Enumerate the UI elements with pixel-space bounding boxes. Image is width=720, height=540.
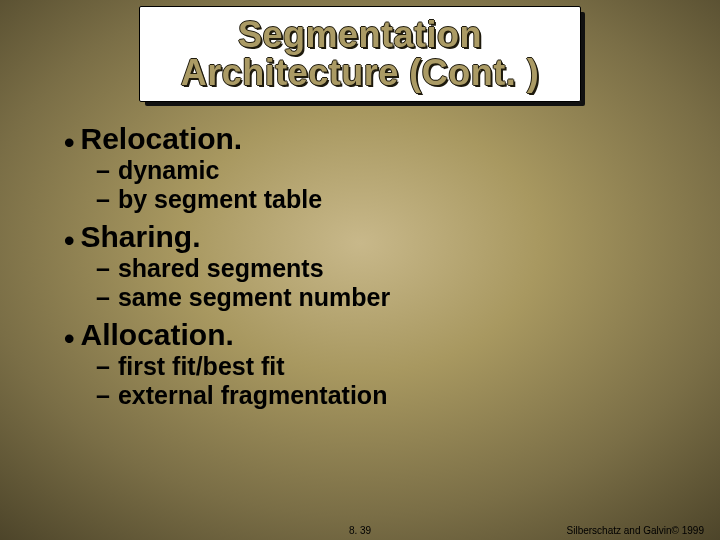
bullet-dash-icon: – [96,156,110,185]
bullet-dash-icon: – [96,352,110,381]
bullet-text: external fragmentation [118,381,388,410]
bullet-dash-icon: – [96,185,110,214]
bullet-text: dynamic [118,156,219,185]
slide: Segmentation Architecture (Cont. ) • Rel… [0,0,720,540]
bullet-dash-icon: – [96,381,110,410]
bullet-dot-icon: • [64,330,75,348]
page-number: 8. 39 [349,525,371,536]
bullet-level2: – first fit/best fit [96,352,680,381]
title-line-1: Segmentation [238,14,482,55]
bullet-text: shared segments [118,254,324,283]
slide-title: Segmentation Architecture (Cont. ) [181,16,540,92]
bullet-text: by segment table [118,185,322,214]
bullet-text: Sharing. [81,220,201,254]
bullet-level1: • Allocation. [64,318,680,352]
bullet-level2: – by segment table [96,185,680,214]
bullet-level2: – dynamic [96,156,680,185]
bullet-text: same segment number [118,283,390,312]
title-box: Segmentation Architecture (Cont. ) [139,6,581,102]
bullet-level2: – shared segments [96,254,680,283]
bullet-level1: • Sharing. [64,220,680,254]
footer-credit: Silberschatz and Galvin© 1999 [567,525,704,536]
bullet-dot-icon: • [64,134,75,152]
bullet-text: first fit/best fit [118,352,285,381]
bullet-dot-icon: • [64,232,75,250]
bullet-dash-icon: – [96,283,110,312]
bullet-level2: – external fragmentation [96,381,680,410]
bullet-level2: – same segment number [96,283,680,312]
title-container: Segmentation Architecture (Cont. ) [139,6,581,102]
bullet-text: Allocation. [81,318,234,352]
content-area: • Relocation. – dynamic – by segment tab… [64,116,680,410]
bullet-level1: • Relocation. [64,122,680,156]
bullet-dash-icon: – [96,254,110,283]
bullet-text: Relocation. [81,122,243,156]
title-line-2: Architecture (Cont. ) [181,52,540,93]
